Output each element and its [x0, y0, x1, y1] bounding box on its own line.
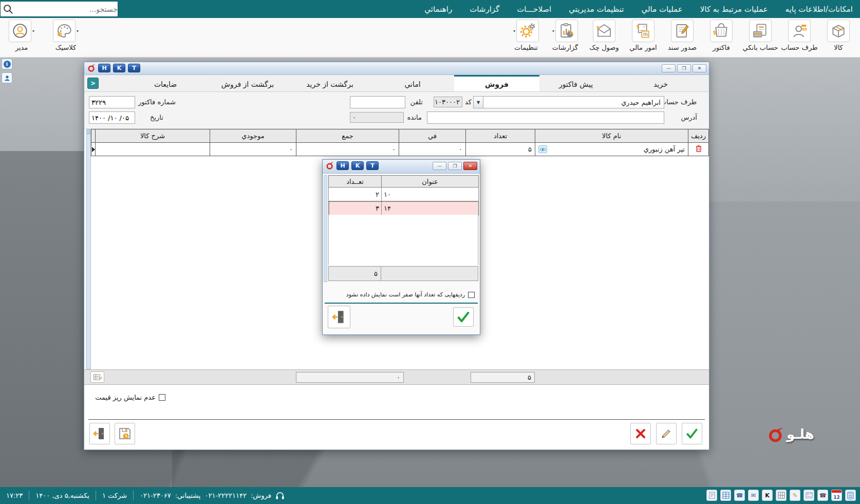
col-description[interactable]: شرح کالا	[96, 129, 210, 143]
close-button[interactable]: ✕	[693, 64, 706, 72]
stock-cell[interactable]: ۰	[210, 143, 296, 156]
restore-button[interactable]: ❐	[448, 162, 462, 170]
menu-help[interactable]: راهنمائي	[424, 5, 452, 14]
table-row[interactable]: تیر آهن زنبوري ۵ ۰ ۰ ۰	[91, 143, 709, 156]
date-field[interactable]	[89, 111, 135, 124]
report-page-icon[interactable]	[706, 490, 717, 501]
tab-sales[interactable]: فروش	[454, 75, 539, 91]
restore-button[interactable]: ❐	[677, 64, 691, 72]
table-row-selected[interactable]: ۱۴ ۳	[329, 201, 479, 215]
chevron-down-icon[interactable]: ▼	[474, 97, 483, 108]
total-cell[interactable]: ۰	[296, 143, 399, 156]
menu-basic-info[interactable]: امکانات/اطلاعات پایه	[786, 5, 853, 14]
tab-waste[interactable]: ضایعات	[124, 75, 207, 91]
dialog-exit-button[interactable]	[328, 306, 350, 328]
menu-financial-operations[interactable]: عملیات مالي	[641, 5, 682, 14]
hide-price-checkbox[interactable]	[159, 394, 165, 401]
table-icon[interactable]	[720, 490, 731, 501]
phone2-icon[interactable]: ☎	[817, 490, 828, 501]
account-party-button[interactable]: طرف حساب	[781, 20, 818, 51]
calculator-icon[interactable]	[845, 490, 856, 501]
chevron-down-icon[interactable]: ▾	[32, 29, 34, 33]
title-cell[interactable]: ۱۴	[382, 201, 479, 215]
col-item-name[interactable]: نام کالا	[535, 129, 688, 143]
delete-row-cell[interactable]	[688, 143, 709, 156]
chevron-down-icon[interactable]: ▾	[513, 29, 515, 33]
k-shortcut-icon[interactable]: K	[762, 490, 773, 501]
col-unit-price[interactable]: في	[399, 129, 466, 143]
save-button[interactable]	[115, 423, 135, 444]
zero-filter-checkbox[interactable]	[468, 292, 475, 298]
tab-sales-return[interactable]: برگشت از فروش	[207, 75, 289, 91]
k-currency-button[interactable]: K	[351, 161, 364, 170]
search-input[interactable]	[16, 2, 118, 16]
global-search[interactable]	[0, 1, 118, 17]
chevron-down-icon[interactable]: ▾	[552, 29, 554, 33]
grid-vertical-scrollbar[interactable]	[86, 129, 91, 369]
grid-icon[interactable]	[776, 490, 787, 501]
menu-goods-operations[interactable]: عملیات مرتبط به کالا	[700, 5, 768, 14]
invoice-button[interactable]: $ فاکتور	[703, 20, 740, 51]
tab-proforma[interactable]: پیش فاکتور	[539, 75, 612, 91]
board-icon[interactable]	[803, 490, 814, 501]
table-row[interactable]: ۱۰ ۲	[329, 188, 479, 201]
tab-purchase[interactable]: خرید	[612, 75, 709, 91]
eye-icon[interactable]	[538, 145, 547, 153]
minimize-button[interactable]: —	[662, 64, 676, 72]
description-cell[interactable]	[96, 143, 210, 156]
phone-field[interactable]	[350, 96, 405, 108]
mail-icon[interactable]: ✉	[748, 490, 759, 501]
collapse-tabs-button[interactable]: <	[87, 78, 99, 89]
finance-button[interactable]: $ امور مالي	[625, 20, 662, 51]
exit-button[interactable]	[89, 423, 110, 444]
manager-user-button[interactable]: ▾ مدیر	[3, 20, 40, 51]
unit-price-cell[interactable]: ۰	[399, 143, 466, 156]
dialog-scrollbar[interactable]	[324, 175, 327, 282]
h-currency-button[interactable]: H	[98, 64, 110, 72]
invoice-number-field[interactable]	[89, 96, 135, 108]
classic-theme-button[interactable]: ▾ کلاسیک	[47, 20, 84, 51]
quantity-cell[interactable]: ۵	[466, 143, 535, 156]
bank-account-button[interactable]: حساب بانکي	[742, 20, 779, 51]
col-total[interactable]: جمع	[296, 129, 399, 143]
cheque-collection-button[interactable]: $ وصول چک	[586, 20, 623, 51]
invoice-window-titlebar[interactable]: H K T — ❐ ✕	[84, 62, 709, 75]
col-row-number[interactable]: ردیف	[688, 129, 709, 143]
title-cell[interactable]: ۱۰	[382, 188, 479, 201]
k-currency-button[interactable]: K	[113, 64, 125, 72]
account-party-combobox[interactable]: ▼ ابراهیم حیدري	[473, 96, 664, 108]
cancel-button[interactable]	[630, 423, 651, 444]
qty-cell[interactable]: ۳	[329, 201, 382, 215]
t-currency-button[interactable]: T	[366, 161, 379, 170]
menu-management-settings[interactable]: تنظیمات مدیریتي	[569, 5, 624, 14]
dialog-titlebar[interactable]: H K T — ❐ ✕	[323, 160, 480, 174]
issue-document-button[interactable]: صدور سند	[664, 20, 701, 51]
tab-purchase-return[interactable]: برگشت از خرید	[289, 75, 371, 91]
info-button[interactable]: i	[2, 59, 12, 69]
dialog-confirm-button[interactable]	[453, 307, 474, 327]
trash-icon[interactable]	[696, 145, 702, 152]
phone-icon[interactable]: ☎	[734, 490, 745, 501]
minimize-button[interactable]: —	[433, 162, 446, 170]
price-detail-button[interactable]	[90, 371, 104, 383]
col-quantity[interactable]: تعداد	[466, 129, 535, 143]
qty-cell[interactable]: ۲	[329, 188, 382, 201]
t-currency-button[interactable]: T	[128, 64, 140, 72]
reports-button[interactable]: ▾ گزارشات	[547, 20, 584, 51]
confirm-button[interactable]	[682, 423, 702, 444]
edit-button[interactable]	[656, 423, 677, 444]
address-field[interactable]	[427, 111, 664, 124]
menu-corrections[interactable]: اصلاحـــات	[517, 5, 551, 14]
settings-button[interactable]: ▾ تنظیمات	[508, 20, 545, 51]
col-stock[interactable]: موجودي	[210, 129, 296, 143]
chevron-down-icon[interactable]: ▾	[77, 29, 79, 33]
tab-consignment[interactable]: اماني	[371, 75, 454, 91]
item-name-cell[interactable]: تیر آهن زنبوري	[535, 143, 688, 156]
h-currency-button[interactable]: H	[336, 161, 349, 170]
close-button[interactable]: ✕	[463, 162, 477, 170]
contact-button[interactable]	[2, 72, 12, 83]
calendar-icon[interactable]: 12	[831, 490, 842, 501]
note-icon[interactable]: ✎	[790, 490, 800, 501]
goods-button[interactable]: کالا	[820, 20, 857, 51]
menu-reports[interactable]: گزارشات	[470, 5, 499, 14]
